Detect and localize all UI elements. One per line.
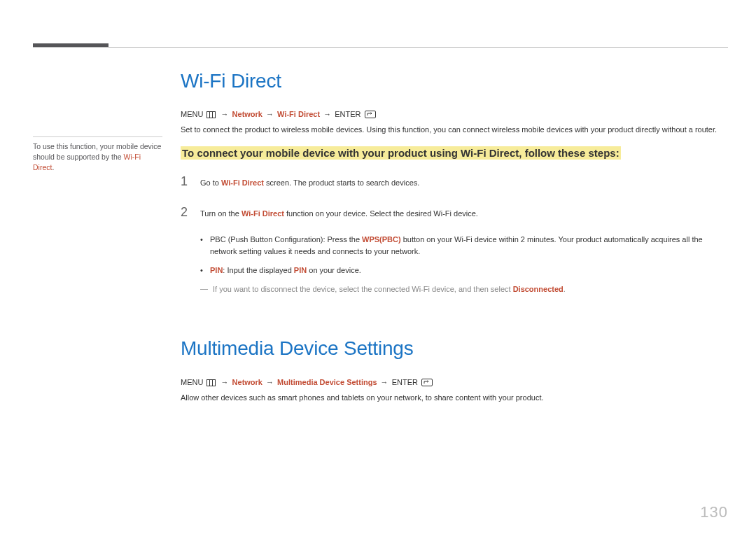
svg-rect-0 (207, 112, 216, 118)
wifi-direct-description: Set to connect the product to wireless m… (181, 124, 728, 136)
nav-menu-label-2: MENU (181, 378, 203, 386)
step-2-text: Turn on the Wi-Fi Direct function on you… (200, 208, 478, 220)
multimedia-description: Allow other devices such as smart phones… (181, 392, 728, 404)
nav-path-wifi-direct: MENU → Network → Wi-Fi Direct → ENTER (181, 110, 728, 120)
sidebar-note: To use this function, your mobile device… (33, 136, 162, 174)
menu-grid-icon-2 (206, 379, 216, 388)
steps-list: 1 Go to Wi-Fi Direct screen. The product… (181, 172, 728, 223)
svg-rect-7 (422, 379, 433, 386)
main-content: Wi-Fi Direct MENU → Network → Wi-Fi Dire… (181, 70, 728, 415)
bullet-pbc: PBC (Push Button Configuration): Press t… (200, 234, 728, 258)
bullet-pin: PIN: Input the displayed PIN on your dev… (200, 265, 728, 276)
disconnect-footnote: If you want to disconnect the device, se… (200, 283, 728, 295)
step-2-number: 2 (181, 203, 190, 223)
nav-arrow-2: → (266, 110, 274, 118)
step-2: 2 Turn on the Wi-Fi Direct function on y… (181, 203, 728, 223)
step-1-text: Go to Wi-Fi Direct screen. The product s… (200, 177, 419, 189)
manual-page: To use this function, your mobile device… (0, 0, 756, 534)
menu-grid-icon (206, 111, 216, 120)
sidebar-note-prefix: To use this function, your mobile device… (33, 142, 161, 161)
nav-arrow-1: → (221, 110, 229, 118)
svg-rect-3 (365, 111, 375, 118)
bullet-list: PBC (Push Button Configuration): Press t… (200, 234, 728, 276)
highlight-instruction: To connect your mobile device with your … (181, 147, 728, 160)
nav-path-multimedia: MENU → Network → Multimedia Device Setti… (181, 378, 728, 388)
header-rule (33, 47, 728, 48)
nav-network-2: Network (232, 378, 262, 386)
page-number: 130 (700, 503, 728, 521)
section-title-multimedia: Multimedia Device Settings (181, 337, 728, 360)
highlight-text: To connect your mobile device with your … (181, 146, 621, 160)
nav-arrow-3: → (323, 110, 331, 118)
nav-enter-label-2: ENTER (392, 378, 418, 386)
nav-menu-label: MENU (181, 110, 203, 118)
nav-arrow-4: → (221, 378, 229, 386)
enter-icon (365, 111, 376, 120)
nav-enter-label: ENTER (335, 110, 360, 118)
sidebar-note-suffix: . (52, 163, 54, 171)
nav-item-2: Multimedia Device Settings (277, 378, 377, 386)
nav-item: Wi-Fi Direct (277, 110, 320, 118)
nav-arrow-6: → (381, 378, 388, 386)
nav-arrow-5: → (266, 378, 274, 386)
nav-network: Network (232, 110, 262, 118)
section-title-wifi-direct: Wi-Fi Direct (181, 70, 728, 92)
svg-rect-4 (207, 380, 216, 386)
enter-icon-2 (421, 379, 433, 388)
step-1: 1 Go to Wi-Fi Direct screen. The product… (181, 172, 728, 192)
step-1-number: 1 (181, 172, 190, 192)
